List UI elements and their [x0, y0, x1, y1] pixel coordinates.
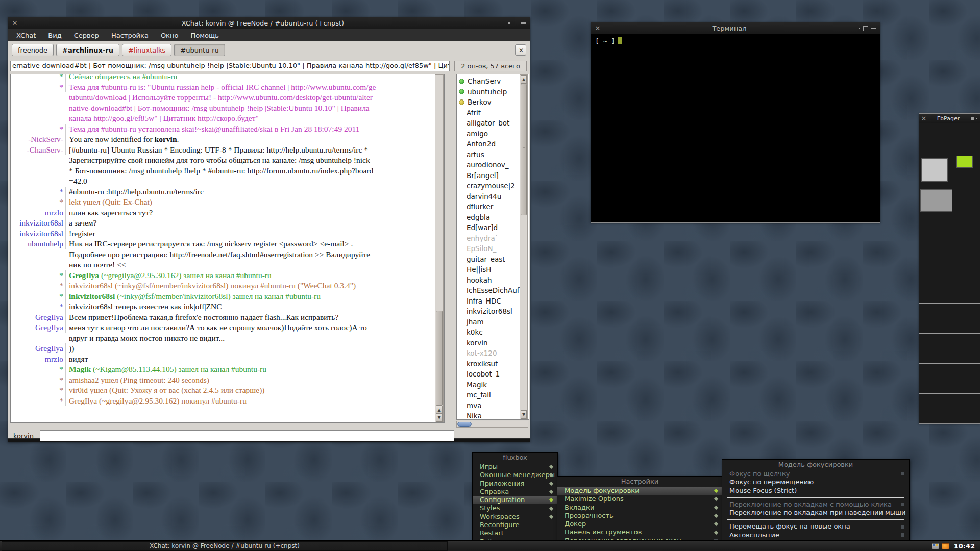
workspace-cell[interactable] [919, 303, 980, 333]
menu-item[interactable]: Styles [473, 504, 557, 512]
userlist-scrollbar[interactable]: ▲ ▼ [520, 74, 528, 419]
maximize-icon[interactable] [971, 117, 974, 120]
maximize-icon[interactable] [513, 21, 518, 26]
iconify-icon[interactable] [871, 28, 876, 29]
scroll-up-icon[interactable]: ▲ [521, 75, 527, 84]
menu-item[interactable]: Вкладки [557, 504, 722, 512]
stick-icon[interactable] [859, 28, 860, 29]
terminal-content[interactable]: [ ~ ] [591, 34, 880, 222]
workspace-cell[interactable] [919, 213, 980, 243]
menubar-item[interactable]: Окно [161, 32, 179, 39]
workspace-cell[interactable] [919, 393, 980, 423]
workspace-cell[interactable] [919, 363, 980, 393]
channel-tab[interactable]: #archlinux-ru [56, 44, 119, 56]
menu-item[interactable]: Модель фокусировки [557, 487, 722, 495]
maximize-icon[interactable] [863, 26, 868, 31]
user-list-item[interactable]: Afrit [457, 108, 529, 118]
user-list-item[interactable]: darvin44u [457, 191, 529, 202]
user-list-item[interactable]: hookah [457, 275, 529, 286]
menubar-item[interactable]: XChat [16, 32, 36, 39]
user-list-item[interactable]: Br[angel] [457, 170, 529, 181]
user-list-item[interactable]: dflurker [457, 202, 529, 212]
channel-tab[interactable]: #ubuntu-ru [174, 44, 225, 56]
workspace-cell[interactable] [919, 153, 980, 183]
user-list-item[interactable]: mc_fail [457, 390, 529, 400]
scroll-down-icon[interactable]: ▼ [436, 413, 443, 422]
menu-item[interactable]: Переключение по вкладкам с помощью клика [722, 500, 909, 509]
user-list-item[interactable]: ubuntuhelp [457, 87, 529, 97]
user-list-item[interactable]: Infra_HDC [457, 296, 529, 307]
workspace-cell[interactable] [919, 243, 980, 273]
workspace-cell[interactable] [919, 123, 980, 153]
message-input[interactable] [40, 430, 454, 441]
user-list-item[interactable]: He||isH [457, 264, 529, 275]
menubar-item[interactable]: Вид [48, 32, 61, 39]
menu-item[interactable]: Перемещать фокус на новые окна [722, 522, 909, 531]
user-list-item[interactable]: guitar_east [457, 254, 529, 265]
user-list-item[interactable]: korvin [457, 338, 529, 348]
menubar-item[interactable]: Сервер [74, 32, 99, 39]
scroll-down-icon[interactable]: ▼ [521, 410, 527, 419]
menu-item[interactable]: Maximize Options [557, 495, 722, 503]
stick-icon[interactable] [508, 22, 510, 24]
user-list-item[interactable]: Nika_ [457, 411, 529, 420]
user-list-item[interactable]: kroxiksut [457, 359, 529, 369]
menu-item[interactable]: Mouse Focus (Strict) [722, 487, 909, 495]
user-list-item[interactable]: IchEsseDichAuf [457, 285, 529, 296]
workspace-cell[interactable] [919, 273, 980, 303]
iconify-icon[interactable] [521, 22, 526, 24]
chat-scrollbar[interactable]: ▲ ▼ [435, 74, 444, 422]
user-list-item[interactable]: alligator_bot [457, 118, 529, 129]
user-list-item[interactable]: crazymouse|2 [457, 181, 529, 191]
user-list-item[interactable]: aurodionov_ [457, 160, 529, 170]
user-list-item[interactable]: k0kc [457, 327, 529, 338]
chat-area[interactable]: *Сейчас общаетесь на #ubuntu-ru*Тема для… [10, 74, 445, 423]
user-list-item[interactable]: kot-x120 [457, 348, 529, 359]
pager-window[interactable] [956, 156, 973, 168]
menu-item[interactable]: Workspaces [473, 513, 557, 521]
menu-item[interactable]: Фокус по щелчку [722, 470, 909, 478]
menu-item[interactable]: Фокус по перемещению [722, 478, 909, 486]
menubar-item[interactable]: Помощь [190, 32, 218, 39]
user-list-item[interactable]: amigo [457, 129, 529, 139]
systray-alert-icon[interactable] [942, 543, 949, 549]
userlist-hscrollbar-thumb[interactable] [457, 422, 472, 427]
pager-window[interactable] [920, 189, 952, 212]
menu-item[interactable]: Докер [557, 520, 722, 528]
topic-input[interactable]: ernative-download#bt | Бот-помощник: /ms… [10, 61, 450, 71]
user-list-item[interactable]: inkvizitor68sl [457, 306, 529, 317]
taskbar-window-button[interactable]: XChat: korvin @ FreeNode / #ubuntu-ru (+… [2, 541, 448, 551]
menu-item[interactable]: Restart [473, 529, 557, 537]
user-list-item[interactable]: EpSiloN_ [457, 243, 529, 254]
menu-item[interactable]: Приложения [473, 480, 557, 488]
systray-keyboard-icon[interactable] [932, 543, 939, 549]
channel-tab[interactable]: #linuxtalks [122, 44, 172, 56]
menu-item[interactable]: Справка [473, 488, 557, 496]
channel-tab[interactable]: freenode [12, 44, 54, 56]
user-list-item[interactable]: jham [457, 317, 529, 328]
workspace-cell[interactable] [919, 183, 980, 213]
stick-icon[interactable] [976, 118, 977, 119]
user-list-item[interactable]: Anton2d [457, 139, 529, 149]
menu-item[interactable]: Прозрачность [557, 512, 722, 520]
userlist-hscrollbar[interactable] [456, 421, 528, 428]
user-list-item[interactable]: ChanServ [457, 76, 529, 87]
userlist-scrollbar-thumb[interactable] [521, 84, 527, 215]
pager-window[interactable] [921, 158, 948, 182]
menu-item[interactable]: Configuration [473, 496, 557, 504]
close-tab-button[interactable]: ✕ [515, 44, 526, 56]
menu-item[interactable]: Переключение по вкладкам при наведении м… [722, 509, 909, 517]
menu-item[interactable]: Reconfigure [473, 521, 557, 529]
user-list-item[interactable]: edgbla [457, 212, 529, 223]
menu-item[interactable]: Оконные менеджеры [473, 471, 557, 479]
menu-item[interactable]: Игры [473, 463, 557, 471]
user-list-item[interactable]: Berkov [457, 97, 529, 108]
menubar-item[interactable]: Настройка [111, 32, 149, 39]
close-icon[interactable]: ✕ [591, 24, 604, 32]
close-icon[interactable]: ✕ [919, 115, 928, 122]
workspace-cell[interactable] [919, 333, 980, 363]
user-list-item[interactable]: enhydra` [457, 233, 529, 244]
chat-scrollbar-thumb[interactable] [436, 311, 443, 406]
menu-item[interactable]: Автовсплытие [722, 531, 909, 539]
menu-item[interactable]: Панель инструментов [557, 528, 722, 536]
